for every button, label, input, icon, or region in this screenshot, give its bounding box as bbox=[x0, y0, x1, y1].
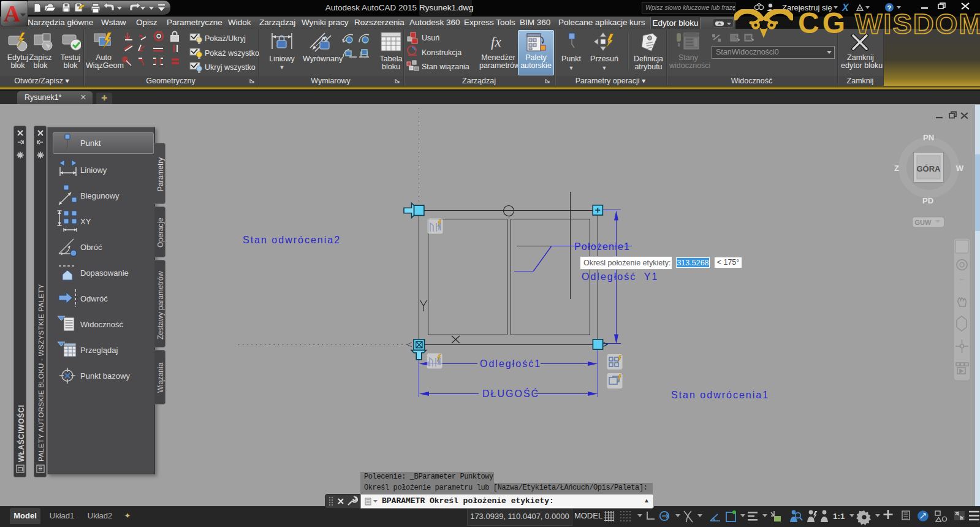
svg-text:PD: PD bbox=[922, 196, 933, 205]
svg-text:Z: Z bbox=[894, 164, 899, 173]
svg-text:GUW: GUW bbox=[915, 219, 932, 226]
svg-text:GÓRA: GÓRA bbox=[917, 164, 941, 173]
svg-text:W: W bbox=[956, 164, 964, 173]
svg-text:PN: PN bbox=[923, 133, 934, 142]
